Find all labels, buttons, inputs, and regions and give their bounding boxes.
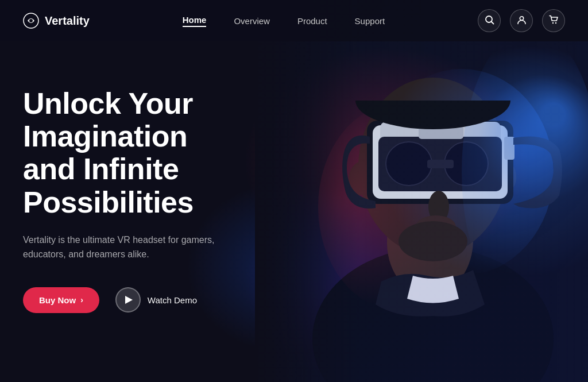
arrow-right-icon: › (80, 295, 83, 304)
hero-content: Unlock Your Imagination and Infinite Pos… (0, 41, 322, 313)
svg-point-1 (29, 19, 33, 22)
brand-name: Vertality (45, 14, 90, 28)
user-icon (517, 15, 527, 27)
svg-line-3 (491, 21, 493, 24)
buy-now-button[interactable]: Buy Now › (23, 287, 99, 313)
watch-demo-label: Watch Demo (148, 295, 197, 305)
hero-title: Unlock Your Imagination and Infinite Pos… (23, 87, 299, 219)
nav-support[interactable]: Support (355, 16, 385, 26)
nav-overview[interactable]: Overview (234, 16, 270, 26)
nav-icon-group (478, 9, 565, 32)
watch-demo-button[interactable]: Watch Demo (115, 287, 197, 312)
hero-subtitle: Vertality is the ultimate VR headset for… (23, 233, 241, 262)
search-button[interactable] (478, 9, 501, 32)
play-triangle-icon (125, 296, 133, 304)
nav-product[interactable]: Product (297, 16, 327, 26)
brand-logo[interactable]: Vertality (23, 13, 90, 29)
cart-icon (549, 15, 559, 27)
nav-home[interactable]: Home (183, 15, 207, 27)
buy-now-label: Buy Now (39, 295, 76, 305)
svg-point-5 (552, 22, 553, 23)
search-icon (485, 15, 494, 27)
hero-actions: Buy Now › Watch Demo (23, 287, 299, 313)
navbar: Vertality Home Overview Product Support (0, 0, 588, 41)
cart-button[interactable] (542, 9, 565, 32)
svg-point-6 (555, 22, 556, 23)
user-button[interactable] (510, 9, 533, 32)
play-circle (115, 287, 141, 312)
nav-links: Home Overview Product Support (183, 15, 385, 27)
svg-point-4 (520, 16, 523, 20)
logo-icon (23, 13, 39, 29)
